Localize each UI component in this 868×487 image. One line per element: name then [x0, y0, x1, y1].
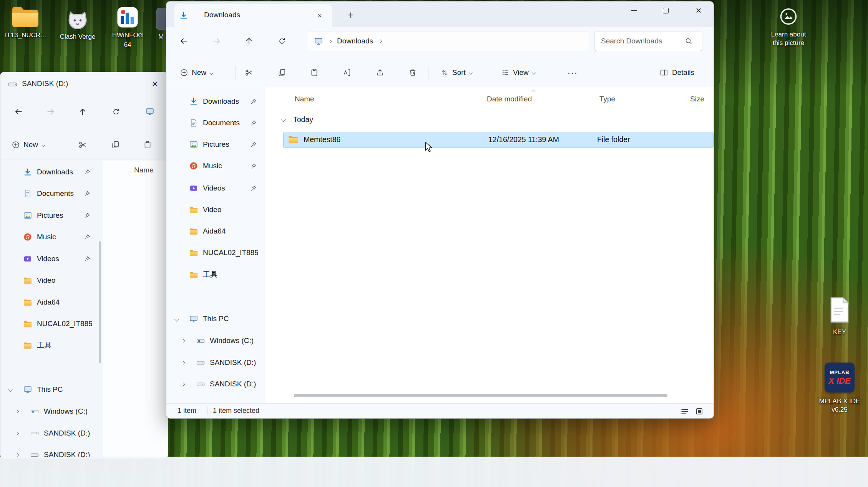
- sidebar-item-nucal02[interactable]: NUCAL02_IT885: [189, 244, 259, 262]
- column-header-size[interactable]: Size: [690, 95, 704, 103]
- sidebar-item-downloads[interactable]: Downloads: [189, 92, 239, 111]
- back-button[interactable]: [10, 103, 27, 121]
- refresh-button[interactable]: [107, 103, 125, 121]
- folder-icon: [23, 342, 32, 349]
- back-button[interactable]: [175, 32, 193, 50]
- new-button[interactable]: New: [176, 62, 217, 83]
- sidebar-item-sandisk-d[interactable]: SANDISK (D:): [182, 353, 256, 372]
- desktop-icon-clash-verge[interactable]: Clash Verge: [56, 7, 99, 41]
- desktop-icon-it13-folder[interactable]: IT13_NUCR...: [4, 5, 47, 40]
- paste-button[interactable]: [304, 63, 324, 83]
- folder-icon: [288, 136, 298, 144]
- sidebar-item-documents[interactable]: Documents: [189, 114, 240, 132]
- chevron-down-icon: [532, 71, 536, 75]
- sidebar-item-windows-c[interactable]: Windows (C:): [182, 331, 254, 350]
- sidebar-item-pictures[interactable]: Pictures: [189, 135, 229, 154]
- delete-button[interactable]: [403, 63, 423, 83]
- sidebar-item-downloads[interactable]: Downloads: [23, 163, 73, 181]
- sidebar-item-videos[interactable]: Videos: [23, 250, 59, 268]
- column-header-name[interactable]: Name: [295, 95, 314, 103]
- thumbnail-view-icon: [695, 407, 704, 416]
- desktop-icon-key[interactable]: KEY: [818, 297, 861, 336]
- scissors-icon: [78, 141, 87, 149]
- sidebar-item-sandisk-d2[interactable]: SANDISK (D:): [182, 375, 256, 393]
- sidebar-item-windows-c[interactable]: Windows (C:): [16, 402, 88, 421]
- up-button[interactable]: [74, 103, 91, 121]
- chevron-right-icon: [15, 409, 19, 413]
- sidebar-item-aida64[interactable]: Aida64: [189, 222, 226, 240]
- tab-close-button[interactable]: ×: [314, 10, 325, 22]
- copy-button[interactable]: [106, 135, 126, 155]
- forward-button[interactable]: [208, 32, 226, 50]
- sidebar-item-video[interactable]: Video: [189, 200, 221, 219]
- sidebar-item-nucal02[interactable]: NUCAL02_IT885: [23, 315, 93, 333]
- rename-button[interactable]: [337, 63, 357, 83]
- horizontal-scrollbar[interactable]: [294, 394, 667, 397]
- column-header-type[interactable]: Type: [599, 95, 615, 103]
- music-icon: [189, 162, 198, 170]
- videos-icon: [189, 184, 198, 192]
- desktop-icon-label: Clash Verge: [60, 33, 96, 41]
- search-input[interactable]: Search Downloads: [594, 31, 702, 51]
- folder-icon: [189, 228, 198, 235]
- view-icon: [501, 69, 509, 76]
- sidebar-item-this-pc[interactable]: This PC: [175, 310, 229, 328]
- up-button[interactable]: [240, 32, 258, 50]
- sidebar-item-gongju[interactable]: 工具: [189, 265, 217, 284]
- breadcrumb-segment-downloads[interactable]: Downloads: [337, 37, 373, 45]
- file-list-empty: Name: [103, 161, 168, 458]
- folder-icon: [189, 206, 198, 214]
- sort-label: Sort: [452, 68, 466, 77]
- details-view-toggle[interactable]: [679, 406, 690, 417]
- group-header-today[interactable]: Today: [293, 115, 313, 124]
- search-icon: [685, 37, 692, 45]
- spotlight-learn-about[interactable]: Learn about this picture: [766, 8, 811, 47]
- desktop-icon-hwinfo[interactable]: HWiNFO® 64: [106, 6, 149, 49]
- spotlight-label: Learn about: [771, 30, 806, 39]
- sidebar-item-videos[interactable]: Videos: [189, 179, 225, 197]
- desktop-icon-label: IT13_NUCR...: [5, 31, 46, 40]
- column-header-name[interactable]: Name: [134, 166, 154, 174]
- close-button[interactable]: ×: [684, 2, 714, 19]
- downloads-icon: [179, 12, 188, 20]
- pin-icon: [251, 185, 257, 191]
- documents-icon: [189, 119, 198, 127]
- desktop-icon-mplab[interactable]: MPLAB X IDE MPLAB X IDE v6.25: [818, 363, 861, 414]
- new-plus-icon: [12, 141, 20, 149]
- sort-button[interactable]: Sort: [436, 62, 477, 83]
- thumbnail-view-toggle[interactable]: [694, 406, 705, 417]
- sidebar-item-documents[interactable]: Documents: [23, 184, 74, 203]
- cut-button[interactable]: [239, 63, 259, 83]
- sidebar-item-sandisk-d[interactable]: SANDISK (D:): [16, 424, 90, 442]
- share-button[interactable]: [370, 63, 390, 83]
- desktop-icon-label: HWiNFO®: [112, 31, 143, 40]
- tab-downloads[interactable]: Downloads ×: [174, 4, 332, 27]
- close-button[interactable]: ×: [146, 76, 163, 91]
- sidebar-item-pictures[interactable]: Pictures: [23, 206, 63, 225]
- copy-button[interactable]: [272, 63, 292, 83]
- forward-button[interactable]: [42, 103, 60, 121]
- sidebar-scrollbar[interactable]: [99, 241, 101, 363]
- chevron-right-icon: [378, 39, 382, 43]
- file-row-memtest86[interactable]: Memtest86 12/16/2025 11:39 AM File folde…: [283, 132, 714, 148]
- more-options-button[interactable]: ···: [563, 63, 582, 83]
- paste-button[interactable]: [138, 135, 158, 155]
- new-button[interactable]: New: [7, 134, 49, 155]
- refresh-button[interactable]: [273, 32, 291, 50]
- minimize-button[interactable]: [620, 2, 648, 19]
- new-tab-button[interactable]: +: [344, 8, 358, 22]
- view-button[interactable]: View: [497, 62, 540, 83]
- details-pane-button[interactable]: Details: [655, 62, 699, 83]
- sidebar-item-gongju[interactable]: 工具: [23, 336, 51, 354]
- sidebar-item-music[interactable]: Music: [189, 157, 222, 175]
- sidebar-item-video[interactable]: Video: [23, 271, 55, 290]
- folder-icon: [189, 271, 198, 278]
- view-label: View: [513, 68, 529, 77]
- breadcrumb[interactable]: Downloads: [308, 31, 589, 51]
- sidebar-item-music[interactable]: Music: [23, 228, 56, 246]
- sidebar-item-aida64[interactable]: Aida64: [23, 293, 60, 311]
- sidebar-item-this-pc[interactable]: This PC: [9, 380, 63, 399]
- maximize-button[interactable]: [652, 2, 679, 19]
- cut-button[interactable]: [73, 135, 93, 155]
- column-header-date-modified[interactable]: Date modified: [487, 95, 532, 103]
